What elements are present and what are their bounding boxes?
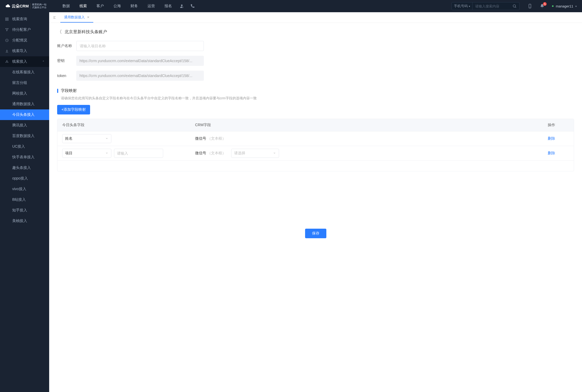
crm-field-value: 微信号 （文本框）: [195, 151, 226, 156]
sidebar-item-import[interactable]: 线索导入: [0, 46, 49, 56]
table-row-empty: [57, 160, 574, 171]
sidebar-sub-oppo[interactable]: oppo接入: [0, 173, 49, 184]
svg-rect-7: [7, 19, 8, 20]
account-name-input[interactable]: [76, 41, 204, 51]
nav-clue[interactable]: 线索: [79, 4, 87, 8]
footer: 保存: [57, 224, 574, 242]
account-label: 账户名称: [57, 44, 76, 48]
sidebar-sub-general-data[interactable]: 通用数据接入: [0, 99, 49, 109]
th-action: 操作: [548, 123, 569, 127]
sidebar-item-pending[interactable]: 待分配客户: [0, 24, 49, 35]
table-header: 今日头条字段 CRM字段 操作: [57, 119, 574, 131]
header-icon-group: [179, 4, 195, 8]
cloud-icon: [5, 3, 11, 9]
page-header: 〈 北京昱新科技头条账户: [57, 29, 574, 35]
sidebar-sub-online-service[interactable]: 在线客服接入: [0, 67, 49, 78]
export-icon: [5, 49, 9, 53]
svg-rect-5: [7, 18, 8, 19]
search-box: 手机号码 ▾: [452, 2, 520, 10]
plug-icon: [5, 59, 9, 64]
top-nav: 数据 线索 客户 公海 财务 运营 报名: [62, 4, 172, 8]
th-toutiao: 今日头条字段: [62, 123, 195, 127]
toutiao-field-select[interactable]: 项目: [62, 149, 111, 158]
sidebar-item-access[interactable]: 线索接入 ⌃: [0, 56, 49, 67]
add-mapping-button[interactable]: +添加字段映射: [57, 105, 90, 114]
sidebar-item-clue-query[interactable]: 线索查询: [0, 14, 49, 24]
sidebar-sub-meiyou[interactable]: 美柚接入: [0, 216, 49, 226]
nav-finance[interactable]: 财务: [130, 4, 138, 8]
search-type-select[interactable]: 手机号码 ▾: [452, 2, 473, 10]
clock-icon: [5, 38, 9, 42]
back-icon[interactable]: 〈: [57, 29, 62, 35]
sidebar-sub-kuaishou[interactable]: 快手表单接入: [0, 152, 49, 163]
page-title: 北京昱新科技头条账户: [65, 29, 107, 35]
status-dot-icon: [552, 5, 554, 7]
table-row: 姓名 微信号 （文本框） 删除: [57, 131, 574, 146]
tab-label: 通用数据接入: [64, 15, 85, 20]
svg-point-0: [181, 5, 183, 6]
sidebar-item-label: 线索导入: [12, 49, 27, 53]
secret-value[interactable]: https://crm.yunduocrm.com/externalData/s…: [76, 56, 204, 66]
chevron-down-icon: ▾: [575, 5, 577, 8]
nav-public[interactable]: 公海: [113, 4, 121, 8]
chevron-down-icon: ▾: [469, 5, 470, 8]
token-value[interactable]: https://crm.yunduocrm.com/externalData/s…: [76, 71, 204, 81]
filter-icon: [5, 28, 9, 32]
sidebar-item-label: 线索接入: [12, 59, 27, 64]
tabs-toggle-icon[interactable]: [49, 16, 60, 19]
save-button[interactable]: 保存: [305, 229, 326, 238]
svg-rect-6: [6, 19, 7, 20]
nav-operation[interactable]: 运营: [147, 4, 155, 8]
token-label: token: [57, 74, 76, 78]
search-input[interactable]: [473, 4, 510, 8]
toutiao-field-select[interactable]: 姓名: [62, 134, 111, 143]
nav-customer[interactable]: 客户: [96, 4, 104, 8]
mobile-icon[interactable]: [528, 4, 532, 8]
phone-icon[interactable]: [190, 4, 195, 8]
crm-field-value: 微信号 （文本框）: [195, 136, 548, 141]
secret-label: 密钥: [57, 58, 76, 63]
toutiao-custom-input[interactable]: [114, 149, 163, 158]
nav-signup[interactable]: 报名: [165, 4, 172, 8]
user-menu[interactable]: manager11 ▾: [552, 4, 577, 8]
sidebar-sub-qutoutiao[interactable]: 趣头条接入: [0, 163, 49, 173]
content: 〈 北京昱新科技头条账户 账户名称 密钥 https://crm.yunduoc…: [49, 23, 582, 392]
sidebar-sub-tencent[interactable]: 腾讯接入: [0, 120, 49, 131]
mapping-table: 今日头条字段 CRM字段 操作 姓名 微信号 （文本框）: [57, 119, 574, 171]
tabs-bar: 通用数据接入 ✕: [49, 12, 582, 23]
user-add-icon[interactable]: [179, 4, 184, 8]
sidebar-sub-baidu[interactable]: 百度数据接入: [0, 131, 49, 141]
th-crm: CRM字段: [195, 123, 548, 127]
sidebar-sub-toutiao[interactable]: 今日头条接入: [0, 109, 49, 120]
form-row-secret: 密钥 https://crm.yunduocrm.com/externalDat…: [57, 56, 574, 66]
form-row-token: token https://crm.yunduocrm.com/external…: [57, 71, 574, 81]
tab-general-data[interactable]: 通用数据接入 ✕: [60, 12, 93, 23]
search-icon[interactable]: [510, 4, 519, 8]
main: 通用数据接入 ✕ 〈 北京昱新科技头条账户 账户名称 密钥 https://cr…: [49, 12, 582, 392]
sidebar-item-label: 分配情况: [12, 38, 27, 43]
section-header: 字段映射: [57, 88, 574, 93]
sidebar-sub-bilibili[interactable]: B站接入: [0, 194, 49, 205]
sidebar-sub-message-group[interactable]: 留言分组: [0, 78, 49, 88]
close-icon[interactable]: ✕: [87, 15, 90, 19]
sidebar-item-label: 线索查询: [12, 17, 27, 22]
header-right: 5 manager11 ▾: [528, 4, 577, 8]
logo[interactable]: 云朵CRM 教育机构一站 式服务云平台: [0, 3, 52, 9]
crm-field-select[interactable]: 请选择: [231, 149, 279, 158]
logo-text: 云朵CRM: [12, 4, 29, 9]
sidebar-sub-school[interactable]: 网校接入: [0, 88, 49, 99]
section-description: 请确保您在此填写的头条自定义字段名称与在今日头条平台中自定义的字段名称一致，并且…: [57, 96, 574, 101]
table-row: 项目 微信号 （文本框） 请选择 删除: [57, 146, 574, 160]
sidebar-item-allocation[interactable]: 分配情况: [0, 35, 49, 46]
notification-badge: 5: [543, 2, 547, 6]
logo-subtitle: 教育机构一站 式服务云平台: [30, 3, 47, 9]
nav-data[interactable]: 数据: [62, 4, 70, 8]
sidebar-sub-uc[interactable]: UC接入: [0, 141, 49, 152]
sidebar-sub-vivo[interactable]: vivo接入: [0, 184, 49, 194]
grid-icon: [5, 17, 9, 21]
sidebar: 线索查询 待分配客户 分配情况 线索导入 线索接入 ⌃ 在线客服接入 留言分组 …: [0, 12, 49, 392]
bell-icon[interactable]: 5: [540, 4, 545, 8]
delete-button[interactable]: 删除: [548, 151, 555, 155]
delete-button[interactable]: 删除: [548, 136, 555, 140]
sidebar-sub-zhihu[interactable]: 知乎接入: [0, 205, 49, 216]
